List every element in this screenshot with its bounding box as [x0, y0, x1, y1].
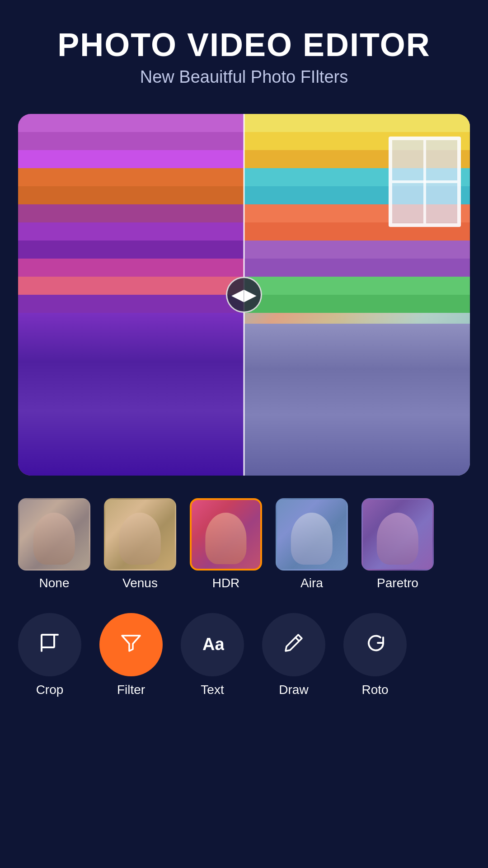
tool-text[interactable]: Aa Text	[181, 613, 244, 697]
filter-venus-person	[119, 513, 161, 565]
filter-paretro-person	[377, 513, 418, 565]
image-preview[interactable]: ◀▶	[18, 114, 470, 476]
filter-hdr-thumbnail[interactable]	[190, 498, 262, 571]
filter-label: Filter	[117, 683, 145, 697]
filter-hdr[interactable]: HDR	[190, 498, 262, 590]
filter-venus-label: Venus	[122, 576, 158, 590]
image-canvas: ◀▶	[18, 114, 470, 476]
crop-label: Crop	[36, 683, 64, 697]
image-left-panel	[18, 114, 244, 476]
filter-hdr-label: HDR	[212, 576, 240, 590]
filter-aira[interactable]: Aira	[276, 498, 348, 590]
railing-right	[244, 324, 470, 476]
filter-paretro-label: Paretro	[377, 576, 418, 590]
filter-paretro[interactable]: Paretro	[361, 498, 434, 590]
rotate-label: Roto	[361, 683, 388, 697]
rotate-icon	[363, 631, 387, 658]
filter-none-label: None	[39, 576, 70, 590]
filter-aira-thumbnail[interactable]	[276, 498, 348, 571]
draw-icon	[282, 631, 305, 658]
crop-icon	[38, 631, 61, 658]
filters-row: None Venus HDR Aira Paretro	[0, 489, 488, 599]
app-header: PHOTO VIDEO EDITOR New Beauitful Photo F…	[0, 0, 488, 100]
text-button[interactable]: Aa	[181, 613, 244, 676]
filter-none-thumbnail[interactable]	[18, 498, 90, 571]
railing-left	[18, 313, 244, 476]
filter-hdr-person	[205, 513, 246, 564]
filter-venus-thumbnail[interactable]	[104, 498, 176, 571]
siding-left	[18, 114, 244, 313]
text-label: Text	[201, 683, 224, 697]
svg-text:Aa: Aa	[202, 635, 224, 654]
window	[389, 137, 461, 227]
tool-rotate[interactable]: Roto	[343, 613, 407, 697]
filter-none[interactable]: None	[18, 498, 90, 590]
filter-aira-label: Aira	[300, 576, 323, 590]
compare-arrows-icon: ◀▶	[231, 287, 257, 303]
filter-aira-person	[291, 513, 333, 565]
filter-icon	[119, 631, 143, 658]
draw-button[interactable]	[262, 613, 325, 676]
tool-filter[interactable]: Filter	[99, 613, 163, 697]
tool-crop[interactable]: Crop	[18, 613, 81, 697]
svg-line-4	[296, 637, 299, 641]
svg-rect-0	[42, 635, 54, 647]
filter-venus[interactable]: Venus	[104, 498, 176, 590]
filter-button[interactable]	[99, 613, 163, 676]
tool-draw[interactable]: Draw	[262, 613, 325, 697]
image-right-panel	[244, 114, 470, 476]
app-title: PHOTO VIDEO EDITOR	[18, 27, 470, 63]
draw-label: Draw	[279, 683, 308, 697]
filter-paretro-thumbnail[interactable]	[361, 498, 434, 571]
text-icon: Aa	[201, 631, 224, 658]
crop-button[interactable]	[18, 613, 81, 676]
filter-none-person	[33, 513, 75, 565]
app-subtitle: New Beauitful Photo FIlters	[18, 67, 470, 87]
tools-row: Crop Filter Aa Text	[0, 604, 488, 706]
rotate-button[interactable]	[343, 613, 407, 676]
compare-button[interactable]: ◀▶	[226, 277, 262, 313]
